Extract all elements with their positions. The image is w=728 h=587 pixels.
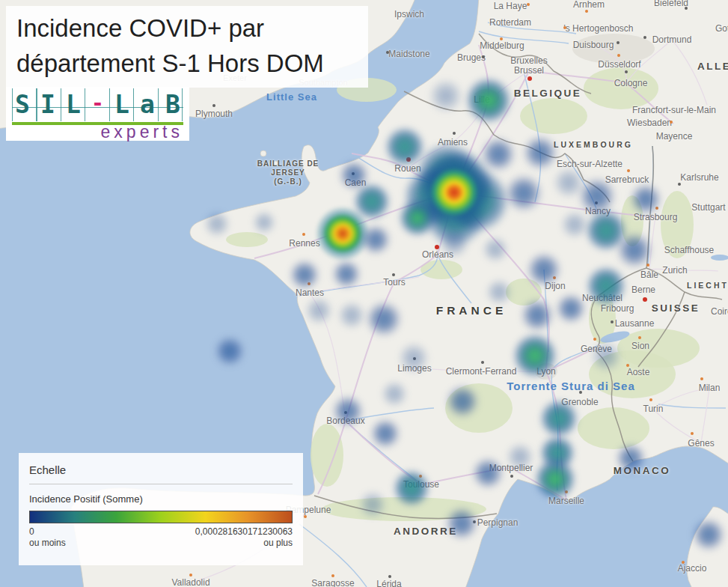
logo-letter: L: [66, 88, 81, 121]
logo-card: SIL-LaB experts: [6, 87, 189, 141]
sil-lab-logo: SIL-LaB: [12, 88, 183, 121]
legend-card: Echelle Incidence Positif (Somme) 0 0,00…: [19, 453, 303, 565]
page-title-line2: département S-1 Hors DOM: [16, 46, 358, 81]
legend-title: Echelle: [29, 463, 294, 476]
legend-gradient-bar: [29, 511, 293, 523]
logo-letter: S: [15, 88, 30, 121]
logo-letter: -: [91, 87, 104, 120]
legend-min-value: 0: [29, 526, 34, 537]
logo-letter: a: [140, 88, 155, 121]
legend-divider: [29, 484, 293, 484]
logo-letter: B: [165, 88, 180, 121]
island-guernsey: [273, 161, 278, 165]
island-jersey: [260, 150, 266, 156]
title-card: Incidence COVID+ par département S-1 Hor…: [6, 6, 368, 88]
logo-letter: I: [40, 88, 55, 121]
legend-min-qualifier: ou moins: [29, 538, 66, 548]
report-canvas: IpswichMaidstoneLa HayeRotterdamArnhemBi…: [0, 0, 728, 587]
legend-field-label: Incidence Positif (Somme): [29, 493, 294, 505]
page-title-line1: Incidence COVID+ par: [16, 10, 358, 46]
logo-subtext: experts: [12, 124, 183, 141]
legend-max-value: 0,000281630171230063: [195, 526, 293, 537]
logo-letter: L: [114, 88, 129, 121]
legend-max-qualifier: ou plus: [263, 538, 293, 548]
